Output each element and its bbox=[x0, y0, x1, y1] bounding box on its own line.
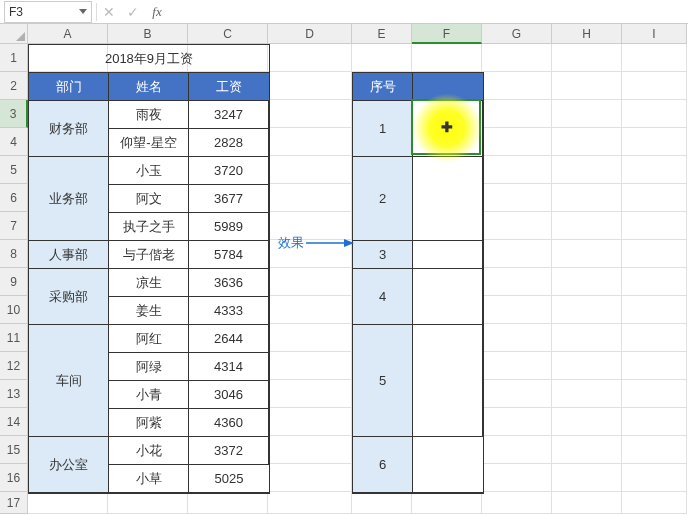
cell[interactable] bbox=[622, 100, 687, 128]
cell[interactable] bbox=[482, 268, 552, 296]
column-header-F[interactable]: F bbox=[412, 24, 482, 44]
row-header-3[interactable]: 3 bbox=[0, 100, 28, 128]
row-header-9[interactable]: 9 bbox=[0, 268, 28, 296]
cell[interactable] bbox=[188, 492, 268, 514]
row-header-5[interactable]: 5 bbox=[0, 156, 28, 184]
cell[interactable] bbox=[482, 44, 552, 72]
row-header-15[interactable]: 15 bbox=[0, 436, 28, 464]
cell[interactable] bbox=[552, 380, 622, 408]
cell[interactable] bbox=[552, 184, 622, 212]
column-header-C[interactable]: C bbox=[188, 24, 268, 44]
cell[interactable] bbox=[268, 44, 352, 72]
cell[interactable] bbox=[622, 268, 687, 296]
cell[interactable] bbox=[268, 128, 352, 156]
cell[interactable] bbox=[482, 408, 552, 436]
row-header-16[interactable]: 16 bbox=[0, 464, 28, 492]
cell[interactable] bbox=[622, 352, 687, 380]
cell[interactable] bbox=[622, 492, 687, 514]
cell[interactable] bbox=[268, 464, 352, 492]
cell[interactable] bbox=[552, 156, 622, 184]
cell[interactable] bbox=[482, 380, 552, 408]
fx-icon[interactable]: fx bbox=[145, 1, 169, 23]
cell[interactable] bbox=[552, 408, 622, 436]
row-header-8[interactable]: 8 bbox=[0, 240, 28, 268]
cell[interactable] bbox=[622, 436, 687, 464]
row-header-2[interactable]: 2 bbox=[0, 72, 28, 100]
cell[interactable] bbox=[482, 184, 552, 212]
result-value-cell[interactable] bbox=[413, 269, 483, 325]
row-header-1[interactable]: 1 bbox=[0, 44, 28, 72]
column-header-H[interactable]: H bbox=[552, 24, 622, 44]
cell[interactable] bbox=[268, 492, 352, 514]
row-header-14[interactable]: 14 bbox=[0, 408, 28, 436]
cell[interactable] bbox=[622, 212, 687, 240]
cell[interactable] bbox=[482, 156, 552, 184]
cell[interactable] bbox=[412, 44, 482, 72]
cell[interactable] bbox=[482, 464, 552, 492]
row-header-13[interactable]: 13 bbox=[0, 380, 28, 408]
cell[interactable] bbox=[622, 184, 687, 212]
row-header-17[interactable]: 17 bbox=[0, 492, 28, 514]
cell[interactable] bbox=[482, 492, 552, 514]
cell[interactable] bbox=[552, 268, 622, 296]
cell[interactable] bbox=[552, 212, 622, 240]
result-value-cell[interactable] bbox=[413, 157, 483, 241]
cell[interactable] bbox=[552, 436, 622, 464]
cell[interactable] bbox=[268, 156, 352, 184]
column-header-G[interactable]: G bbox=[482, 24, 552, 44]
cell[interactable] bbox=[622, 380, 687, 408]
cell[interactable] bbox=[552, 72, 622, 100]
cell[interactable] bbox=[552, 352, 622, 380]
cell[interactable] bbox=[482, 72, 552, 100]
dropdown-icon[interactable] bbox=[79, 9, 87, 14]
cell[interactable] bbox=[108, 492, 188, 514]
cell[interactable] bbox=[482, 296, 552, 324]
cell[interactable] bbox=[352, 44, 412, 72]
confirm-icon[interactable]: ✓ bbox=[121, 1, 145, 23]
cell[interactable] bbox=[482, 324, 552, 352]
row-header-4[interactable]: 4 bbox=[0, 128, 28, 156]
cell[interactable] bbox=[622, 296, 687, 324]
cell[interactable] bbox=[482, 436, 552, 464]
cell[interactable] bbox=[268, 436, 352, 464]
select-all-corner[interactable] bbox=[0, 24, 28, 44]
cell[interactable] bbox=[552, 492, 622, 514]
result-value-cell[interactable] bbox=[413, 101, 483, 157]
cell[interactable] bbox=[268, 296, 352, 324]
row-header-12[interactable]: 12 bbox=[0, 352, 28, 380]
cell[interactable] bbox=[622, 408, 687, 436]
column-header-I[interactable]: I bbox=[622, 24, 687, 44]
cell[interactable] bbox=[268, 184, 352, 212]
cell[interactable] bbox=[268, 72, 352, 100]
cell[interactable] bbox=[552, 464, 622, 492]
cell[interactable] bbox=[28, 492, 108, 514]
cell[interactable] bbox=[268, 408, 352, 436]
result-value-cell[interactable] bbox=[413, 325, 483, 437]
cell[interactable] bbox=[268, 100, 352, 128]
cell[interactable] bbox=[482, 352, 552, 380]
cell[interactable] bbox=[482, 100, 552, 128]
cell[interactable] bbox=[552, 100, 622, 128]
cell[interactable] bbox=[482, 240, 552, 268]
column-header-A[interactable]: A bbox=[28, 24, 108, 44]
cell[interactable] bbox=[352, 492, 412, 514]
cell[interactable] bbox=[622, 464, 687, 492]
cell[interactable] bbox=[552, 240, 622, 268]
formula-input[interactable] bbox=[169, 1, 688, 23]
cancel-icon[interactable]: ✕ bbox=[97, 1, 121, 23]
cell[interactable] bbox=[268, 324, 352, 352]
cell[interactable] bbox=[552, 44, 622, 72]
row-header-11[interactable]: 11 bbox=[0, 324, 28, 352]
cell[interactable] bbox=[552, 128, 622, 156]
column-header-B[interactable]: B bbox=[108, 24, 188, 44]
cell[interactable] bbox=[482, 128, 552, 156]
cell[interactable] bbox=[622, 128, 687, 156]
cell[interactable] bbox=[268, 268, 352, 296]
cell[interactable] bbox=[482, 212, 552, 240]
cell[interactable] bbox=[268, 352, 352, 380]
cell[interactable] bbox=[622, 324, 687, 352]
cell[interactable] bbox=[622, 156, 687, 184]
cell[interactable] bbox=[622, 44, 687, 72]
cell[interactable] bbox=[622, 240, 687, 268]
cell[interactable] bbox=[412, 492, 482, 514]
